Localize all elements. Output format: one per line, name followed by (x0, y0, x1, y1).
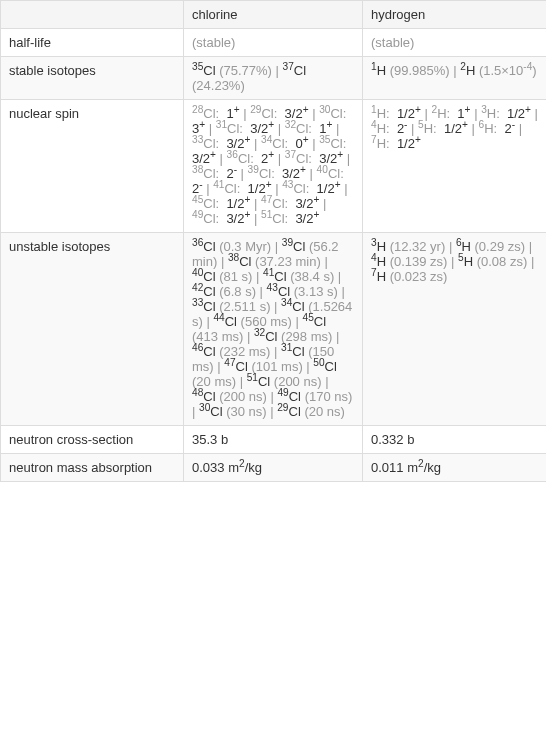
row-stable-isotopes: stable isotopes 35Cl (75.77%) | 37Cl (24… (1, 57, 547, 100)
label-half-life: half-life (1, 29, 184, 57)
neutron-cross-section-hydrogen: 0.332 b (363, 426, 547, 454)
nuclear-spin-chlorine: 28Cl: 1+ | 29Cl: 3/2+ | 30Cl: 3+ | 31Cl:… (184, 100, 363, 233)
table-header-row: chlorine hydrogen (1, 1, 547, 29)
label-neutron-cross-section: neutron cross-section (1, 426, 184, 454)
unstable-isotopes-chlorine: 36Cl (0.3 Myr) | 39Cl (56.2 min) | 38Cl … (184, 233, 363, 426)
stable-isotopes-chlorine: 35Cl (75.77%) | 37Cl (24.23%) (184, 57, 363, 100)
label-stable-isotopes: stable isotopes (1, 57, 184, 100)
row-half-life: half-life (stable) (stable) (1, 29, 547, 57)
neutron-mass-absorption-hydrogen: 0.011 m2/kg (363, 454, 547, 482)
label-nuclear-spin: nuclear spin (1, 100, 184, 233)
row-neutron-mass-absorption: neutron mass absorption 0.033 m2/kg 0.01… (1, 454, 547, 482)
row-neutron-cross-section: neutron cross-section 35.3 b 0.332 b (1, 426, 547, 454)
row-nuclear-spin: nuclear spin 28Cl: 1+ | 29Cl: 3/2+ | 30C… (1, 100, 547, 233)
header-chlorine: chlorine (184, 1, 363, 29)
neutron-mass-absorption-chlorine: 0.033 m2/kg (184, 454, 363, 482)
half-life-chlorine: (stable) (184, 29, 363, 57)
label-unstable-isotopes: unstable isotopes (1, 233, 184, 426)
label-neutron-mass-absorption: neutron mass absorption (1, 454, 184, 482)
row-unstable-isotopes: unstable isotopes 36Cl (0.3 Myr) | 39Cl … (1, 233, 547, 426)
neutron-cross-section-chlorine: 35.3 b (184, 426, 363, 454)
header-blank (1, 1, 184, 29)
unstable-isotopes-hydrogen: 3H (12.32 yr) | 6H (0.29 zs) | 4H (0.139… (363, 233, 547, 426)
stable-isotopes-hydrogen: 1H (99.985%) | 2H (1.5×10-4) (363, 57, 547, 100)
properties-table: chlorine hydrogen half-life (stable) (st… (0, 0, 546, 482)
header-hydrogen: hydrogen (363, 1, 547, 29)
nuclear-spin-hydrogen: 1H: 1/2+ | 2H: 1+ | 3H: 1/2+ | 4H: 2- | … (363, 100, 547, 233)
half-life-hydrogen: (stable) (363, 29, 547, 57)
